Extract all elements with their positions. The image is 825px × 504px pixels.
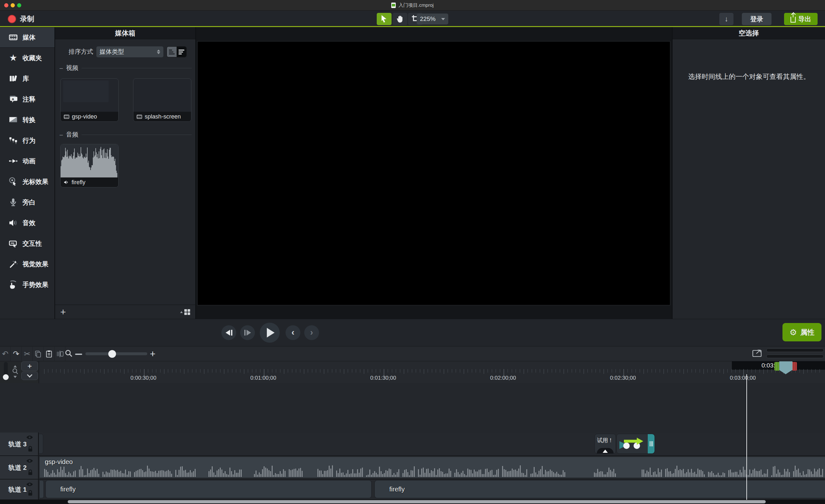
sidebar-item-annotations[interactable]: a 注释	[0, 89, 55, 109]
previous-frame-button[interactable]	[221, 325, 236, 340]
track-3-content[interactable]: 试用！	[39, 432, 825, 455]
maximize-window-button[interactable]	[17, 3, 21, 7]
track-visibility-toggle[interactable]	[26, 458, 33, 465]
sidebar-item-gesture-effects[interactable]: 手势效果	[0, 274, 55, 295]
timeline-zoom-slider-knob[interactable]	[108, 350, 116, 358]
sort-by-select[interactable]: 媒体类型	[96, 47, 163, 57]
track-zoom-icon	[11, 364, 19, 380]
detach-timeline-button[interactable]	[752, 348, 763, 359]
playhead-line[interactable]	[746, 374, 747, 500]
cursor-tool-button[interactable]	[377, 13, 391, 25]
add-media-button[interactable]: +	[60, 307, 66, 317]
scissors-icon: ✂	[24, 350, 30, 358]
chevron-right-icon: ›	[310, 328, 313, 337]
sidebar-item-visual-effects[interactable]: 视觉效果	[0, 254, 55, 274]
transition-icon	[8, 115, 18, 124]
close-window-button[interactable]	[4, 3, 8, 7]
pan-tool-button[interactable]	[392, 13, 407, 25]
clip-fragment[interactable]	[39, 480, 44, 498]
selection-in-handle[interactable]	[774, 362, 779, 371]
sidebar-item-cursor-effects[interactable]: 光标效果	[0, 171, 55, 192]
split-button[interactable]	[55, 346, 65, 361]
sidebar-item-narration[interactable]: 旁白	[0, 192, 55, 213]
timeline-zoom-in-button[interactable]: +	[150, 349, 156, 359]
video-section-header[interactable]: – 视频	[60, 64, 192, 72]
split-icon	[56, 351, 64, 357]
books-icon	[8, 74, 18, 83]
clip-fragment[interactable]	[39, 434, 43, 454]
jump-forward-button[interactable]: ›	[304, 325, 319, 340]
redo-button[interactable]: ↷	[11, 346, 21, 361]
track-2-content[interactable]: gsp-video	[39, 456, 825, 479]
download-button[interactable]: ↓	[719, 13, 734, 25]
filmstrip-icon	[8, 32, 18, 42]
app-toolbar: 录制 225% ↓ 登录 导出	[0, 11, 825, 27]
collapse-icon: –	[60, 132, 63, 138]
project-file-icon	[391, 3, 396, 8]
track-2-header: 轨道 2	[0, 456, 39, 479]
properties-button[interactable]: ⚙ 属性	[782, 323, 821, 341]
jump-back-button[interactable]: ‹	[286, 325, 300, 340]
track-lock-toggle[interactable]	[28, 469, 33, 477]
sort-descending-button[interactable]	[176, 47, 186, 57]
sidebar-item-transitions[interactable]: 转换	[0, 109, 55, 130]
clip-gsp-video[interactable]: gsp-video	[39, 457, 825, 478]
clip-firefly-1[interactable]: firefly	[46, 480, 372, 498]
track-3-header: 轨道 3	[0, 432, 39, 455]
clip-firefly-2[interactable]: firefly	[374, 480, 825, 498]
login-button[interactable]: 登录	[742, 13, 771, 25]
timeline-gutter: +	[0, 361, 39, 383]
media-item-gsp-video[interactable]: gsp-video	[60, 78, 119, 122]
media-item-firefly[interactable]: firefly	[60, 144, 119, 187]
chevron-left-icon: ‹	[291, 328, 294, 337]
sidebar-item-library[interactable]: 库	[0, 68, 55, 89]
sidebar-item-media[interactable]: 媒体	[0, 27, 55, 48]
collapse-tracks-button[interactable]	[21, 371, 38, 380]
track-lock-toggle[interactable]	[28, 490, 33, 498]
clip-trial-callout[interactable]: 试用！	[595, 434, 616, 454]
step-forward-icon	[246, 330, 251, 336]
timeline-zoom-out-button[interactable]	[75, 354, 82, 355]
sidebar-item-audio-effects[interactable]: 音效	[0, 213, 55, 233]
horizontal-scrollbar	[0, 500, 825, 504]
track-1-content[interactable]: firefly firefly	[39, 480, 825, 500]
track-visibility-toggle[interactable]	[26, 482, 33, 488]
download-arrow-icon: ↓	[725, 15, 728, 23]
clip-arrow-annotation[interactable]	[616, 434, 655, 454]
step-forward-button[interactable]	[240, 325, 255, 340]
export-button[interactable]: 导出	[784, 13, 818, 25]
media-item-splash-screen[interactable]: splash-screen	[133, 78, 192, 122]
undo-button[interactable]: ↶	[0, 346, 11, 361]
video-preview-stage[interactable]	[197, 41, 670, 305]
canvas-zoom-select[interactable]: 225%	[417, 13, 448, 24]
play-button[interactable]	[260, 323, 280, 343]
paste-button[interactable]	[44, 346, 55, 361]
copy-button[interactable]	[33, 346, 44, 361]
sort-order-toggle	[167, 47, 186, 57]
cut-button[interactable]: ✂	[22, 346, 32, 361]
animation-arrow-icon	[8, 156, 18, 166]
empty-selection-message: 选择时间线上的一个对象可查看其属性。	[682, 72, 816, 81]
sidebar-item-favorites[interactable]: ★ 收藏夹	[0, 48, 55, 68]
selection-out-handle[interactable]	[793, 362, 797, 371]
chevron-down-icon	[27, 372, 32, 378]
sidebar-item-interactivity[interactable]: 交互性	[0, 233, 55, 254]
minimize-window-button[interactable]	[11, 3, 15, 7]
add-track-button[interactable]: +	[21, 361, 38, 371]
clip-trim-handle[interactable]	[648, 434, 655, 453]
sort-ascending-button[interactable]	[167, 47, 176, 57]
track-visibility-toggle[interactable]	[26, 435, 33, 441]
timeline-zoom-slider[interactable]	[85, 352, 147, 355]
horizontal-scrollbar-thumb[interactable]	[68, 500, 766, 503]
audio-section-header[interactable]: – 音频	[60, 131, 192, 139]
sidebar-item-behaviors[interactable]: 行为	[0, 130, 55, 151]
playhead-handle[interactable]	[779, 361, 793, 370]
canvas-area	[196, 27, 672, 319]
sidebar-item-animations[interactable]: 动画	[0, 151, 55, 171]
timeline-ruler[interactable]: 0:00:30;00 0:01:00;00 0:01:30;00 0:02:00…	[39, 361, 825, 383]
sort-row: 排序方式 媒体类型	[55, 44, 196, 60]
view-mode-button[interactable]	[180, 309, 191, 316]
track-height-slider-knob[interactable]	[3, 374, 9, 380]
track-lock-toggle[interactable]	[28, 446, 33, 453]
record-button[interactable]: 录制	[8, 13, 34, 25]
